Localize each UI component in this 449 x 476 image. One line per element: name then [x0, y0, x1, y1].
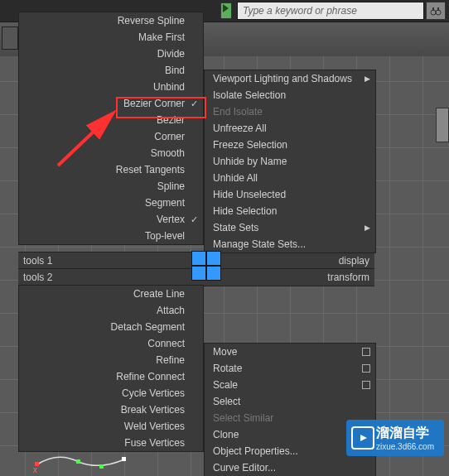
- menu-item-bind[interactable]: Bind: [19, 62, 203, 79]
- menu-item-label: Unhide by Name: [213, 156, 287, 167]
- menu-item-label: Curve Editor...: [213, 462, 276, 474]
- menu-item-label: Smooth: [151, 147, 185, 159]
- menu-item-hide-unselected[interactable]: Hide Unselected: [205, 186, 375, 203]
- quad-ne[interactable]: [206, 251, 221, 266]
- tools2-right-label: transform: [327, 272, 369, 283]
- menu-item-isolate-selection[interactable]: Isolate Selection: [205, 87, 375, 103]
- menu-item-vertex[interactable]: Vertex✓: [19, 211, 203, 228]
- menu-item-reset-tangents[interactable]: Reset Tangents: [19, 161, 203, 178]
- menu-item-move[interactable]: Move: [205, 344, 375, 360]
- menu-item-unhide-by-name[interactable]: Unhide by Name: [205, 153, 375, 170]
- svg-marker-12: [360, 435, 367, 441]
- menu-item-label: Top-level: [145, 230, 185, 242]
- menu-item-label: Object Properties...: [213, 445, 298, 457]
- menu-item-label: Move: [213, 346, 237, 358]
- menu-item-label: Hide Selection: [213, 205, 277, 217]
- menu-item-top-level[interactable]: Top-level: [19, 228, 203, 244]
- quad-sw[interactable]: [191, 266, 206, 281]
- menu-item-label: Select Similar: [213, 412, 273, 424]
- menu-item-create-line[interactable]: Create Line: [19, 286, 203, 302]
- svg-marker-0: [223, 4, 229, 12]
- menu-item-scale[interactable]: Scale: [205, 377, 375, 393]
- checkmark-icon: ✓: [191, 214, 198, 225]
- menu-item-fuse-vertices[interactable]: Fuse Vertices: [19, 435, 203, 451]
- menu-item-label: End Isolate: [213, 106, 263, 118]
- play-icon[interactable]: [220, 2, 232, 19]
- svg-rect-10: [99, 464, 104, 469]
- menu-item-curve-editor[interactable]: Curve Editor...: [205, 459, 375, 476]
- menu-item-label: Isolate Selection: [213, 89, 286, 101]
- menu-item-weld-vertices[interactable]: Weld Vertices: [19, 418, 203, 435]
- menu-item-reverse-spline[interactable]: Reverse Spline: [19, 12, 203, 29]
- watermark: 溜溜自学 zixue.3d66.com: [346, 420, 444, 456]
- options-box-icon[interactable]: [362, 364, 370, 373]
- menu-item-break-vertices[interactable]: Break Vertices: [19, 401, 203, 418]
- options-box-icon[interactable]: [362, 381, 370, 389]
- menu-item-label: Reset Tangents: [116, 164, 185, 175]
- menu-item-rotate[interactable]: Rotate: [205, 360, 375, 377]
- menu-item-label: Create Line: [133, 288, 185, 300]
- menu-item-label: Select: [213, 396, 240, 407]
- quad-menu-left-bottom: Create LineAttachDetach SegmentConnectRe…: [18, 285, 204, 452]
- menu-item-label: Cycle Vertices: [122, 387, 185, 399]
- viewcube-edge[interactable]: [436, 108, 449, 142]
- menu-item-manage-state-sets[interactable]: Manage State Sets...: [205, 236, 375, 252]
- tools1-right-label: display: [339, 255, 369, 267]
- search-input[interactable]: Type a keyword or phrase: [237, 2, 424, 20]
- svg-text:x: x: [33, 465, 37, 474]
- binoculars-icon[interactable]: [426, 2, 446, 20]
- svg-rect-3: [432, 7, 434, 11]
- menu-item-freeze-selection[interactable]: Freeze Selection: [205, 137, 375, 153]
- menu-item-hide-selection[interactable]: Hide Selection: [205, 203, 375, 219]
- menu-item-segment[interactable]: Segment: [19, 195, 203, 211]
- spline-object: x: [33, 450, 133, 474]
- menu-item-make-first[interactable]: Make First: [19, 29, 203, 46]
- svg-rect-9: [76, 459, 80, 464]
- watermark-sub: zixue.3d66.com: [376, 442, 434, 451]
- menu-item-detach-segment[interactable]: Detach Segment: [19, 319, 203, 335]
- menu-item-label: Attach: [157, 305, 185, 316]
- quad-se[interactable]: [206, 266, 221, 281]
- menu-item-spline[interactable]: Spline: [19, 178, 203, 195]
- quad-center: [191, 251, 221, 281]
- menu-item-label: Bind: [165, 65, 185, 76]
- svg-rect-4: [437, 7, 439, 11]
- menu-item-label: Bezier Corner: [123, 98, 185, 109]
- menu-item-label: Refine Connect: [116, 371, 185, 382]
- menu-item-cycle-vertices[interactable]: Cycle Vertices: [19, 385, 203, 401]
- menu-item-label: Break Vertices: [121, 404, 185, 416]
- menu-item-divide[interactable]: Divide: [19, 46, 203, 62]
- menu-item-unbind[interactable]: Unbind: [19, 79, 203, 95]
- menu-item-state-sets[interactable]: State Sets▶: [205, 219, 375, 236]
- menu-item-corner[interactable]: Corner: [19, 128, 203, 145]
- submenu-arrow-icon: ▶: [365, 224, 370, 232]
- menu-item-label: Corner: [154, 131, 185, 142]
- menu-item-label: Scale: [213, 379, 238, 391]
- menu-item-label: Vertex: [157, 214, 185, 225]
- search-placeholder: Type a keyword or phrase: [243, 5, 357, 17]
- menu-item-refine-connect[interactable]: Refine Connect: [19, 368, 203, 385]
- menu-item-label: Refine: [156, 354, 185, 366]
- menu-item-label: Reverse Spline: [118, 15, 185, 26]
- menu-item-bezier[interactable]: Bezier: [19, 112, 203, 128]
- menu-item-smooth[interactable]: Smooth: [19, 145, 203, 161]
- tools2-header: tools 2: [18, 268, 192, 286]
- quad-nw[interactable]: [191, 251, 206, 266]
- menu-item-unfreeze-all[interactable]: Unfreeze All: [205, 120, 375, 137]
- menu-item-bezier-corner[interactable]: Bezier Corner✓: [19, 95, 203, 112]
- menu-item-connect[interactable]: Connect: [19, 335, 203, 352]
- menu-item-unhide-all[interactable]: Unhide All: [205, 170, 375, 186]
- menu-item-label: Segment: [145, 197, 185, 209]
- menu-item-refine[interactable]: Refine: [19, 352, 203, 368]
- watermark-title: 溜溜自学: [376, 425, 434, 442]
- tools1-header: tools 1: [18, 252, 192, 270]
- quad-menu-left-top: Reverse SplineMake FirstDivideBindUnbind…: [18, 12, 204, 245]
- menu-item-select[interactable]: Select: [205, 393, 375, 410]
- options-box-icon[interactable]: [362, 348, 370, 356]
- menu-item-attach[interactable]: Attach: [19, 302, 203, 319]
- menu-item-viewport-lighting-and-shadows[interactable]: Viewport Lighting and Shadows▶: [205, 70, 375, 87]
- menu-item-label: Rotate: [213, 363, 242, 374]
- menu-item-label: Manage State Sets...: [213, 238, 306, 250]
- menu-item-label: Freeze Selection: [213, 139, 287, 151]
- side-panel-btn[interactable]: [2, 26, 18, 50]
